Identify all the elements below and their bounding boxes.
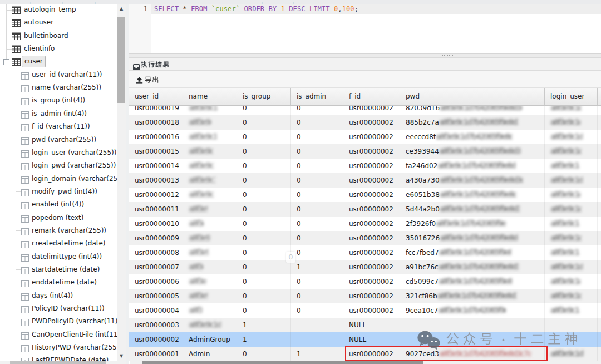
cell-pwd[interactable]: eecccd8fa8f3e9c1d7b42065f9e8d3c7a1b [400, 130, 545, 144]
cell-name[interactable]: a8f3e9 [183, 217, 237, 231]
cell-f_id[interactable]: NULL [343, 332, 400, 347]
tree-item-label[interactable]: days (int(4)) [32, 289, 73, 302]
sidebar-item-field-days[interactable]: days (int(4)) [0, 289, 117, 302]
table-row-usr00000012[interactable]: usr00000012a8f3e9c1d00usr00000002e6051b3… [129, 188, 601, 202]
cell-is_group[interactable]: 1 [237, 318, 291, 332]
cell-name[interactable]: Admin [183, 347, 237, 361]
table-row-usr00000006[interactable]: usr00000006a8f3e9c00usr00000002cd5099c7a… [129, 274, 601, 289]
cell-user_id[interactable]: usr00000016 [129, 130, 183, 144]
column-header-user_id[interactable]: user_id [129, 88, 183, 105]
sidebar-item-field-createdatetime[interactable]: createdatetime (date) [0, 237, 117, 250]
table-row-usr00000007[interactable]: usr00000007a8f3e01usr00000002a91bc76ca8f… [129, 260, 601, 274]
sidebar-item-field-PWDPolicyID[interactable]: PWDPolicyID (varchar(11)) [0, 315, 117, 328]
cell-is_group[interactable]: 0 [237, 347, 291, 361]
sidebar-item-field-login_pwd[interactable]: login_pwd (varchar(255)) [0, 159, 117, 172]
cell-is_group[interactable]: 0 [237, 274, 291, 289]
cell-user_id[interactable]: usr00000013 [129, 173, 183, 188]
cell-user_id[interactable]: usr00000015 [129, 144, 183, 159]
cell-name[interactable]: a8f3e9c1 [183, 115, 237, 130]
cell-extra[interactable] [598, 106, 601, 115]
cell-pwd[interactable]: 885b2c7aa8f3e9c1d7b42065f9e8d3c7a1b5 [400, 115, 545, 130]
table-row-usr00000009[interactable]: usr00000009a8f3e9c100usr0000000235016726… [129, 231, 601, 245]
cell-login_user[interactable]: a8f3e9c1d7b [545, 106, 598, 115]
cell-is_admin[interactable]: 0 [291, 217, 343, 231]
cell-extra[interactable] [598, 245, 601, 260]
cell-is_group[interactable]: 0 [237, 245, 291, 260]
table-row-usr00000005[interactable]: usr00000005a8f3e9c00usr00000002321cf86ba… [129, 289, 601, 303]
table-row-usr00000013[interactable]: usr00000013a8f3e9c1d700usr00000002a430a7… [129, 173, 601, 188]
cell-pwd[interactable]: 9027ced3a8f3e9c1d7b42065f9e8d3c7a1b5049e [400, 347, 545, 361]
cell-f_id[interactable]: usr00000002 [343, 130, 400, 144]
tree-item-label[interactable]: remark (varchar(255)) [32, 224, 106, 237]
cell-user_id[interactable]: usr00000007 [129, 260, 183, 274]
cell-is_admin[interactable] [291, 332, 343, 347]
cell-is_admin[interactable]: 0 [291, 144, 343, 159]
cell-is_admin[interactable]: 0 [291, 188, 343, 202]
sidebar-item-field-pwd[interactable]: pwd (varchar(255)) [0, 134, 117, 146]
column-header-is_admin[interactable]: is_admin [291, 88, 343, 105]
cell-is_group[interactable]: 0 [237, 289, 291, 303]
cell-extra[interactable] [598, 260, 601, 274]
cell-is_admin[interactable]: 0 [291, 173, 343, 188]
sidebar-item-table-autouser[interactable]: autouser [0, 16, 117, 29]
sidebar-item-field-LastREPWDDate[interactable]: LastREPWDDate (date) [0, 354, 117, 361]
cell-pwd[interactable]: fcc7fbed7a8f3e9c1d7b42065f9e8d3c7a [400, 245, 545, 260]
sidebar-item-field-f_id[interactable]: f_id (varchar(11)) [0, 120, 117, 133]
cell-pwd[interactable]: 321cf86ba8f3e9c1d7b42065f9e8d3c7a1b5 [400, 289, 545, 303]
cell-is_group[interactable]: 1 [237, 332, 291, 347]
sidebar-item-field-enddatetime[interactable]: enddatetime (date) [0, 276, 117, 289]
cell-extra[interactable] [598, 130, 601, 144]
tree-item-label[interactable]: autologin_temp [24, 4, 76, 16]
cell-is_group[interactable]: 0 [237, 159, 291, 173]
table-row-usr00000015[interactable]: usr00000015a8f3e9c1d00usr00000002ce39394… [129, 144, 601, 159]
sidebar-item-table-bulletinboard[interactable]: bulletinboard [0, 29, 117, 42]
cell-is_group[interactable]: 0 [237, 106, 291, 115]
sidebar-item-field-popedom[interactable]: popedom (text) [0, 211, 117, 224]
sidebar-vertical-scrollbar[interactable]: ▲ ▼ [117, 4, 126, 361]
sidebar-item-field-datelimittype[interactable]: datelimittype (int(4)) [0, 250, 117, 263]
cell-name[interactable]: a8f3e9c [183, 245, 237, 260]
sidebar-item-field-is_group[interactable]: is_group (int(4)) [0, 94, 117, 107]
cell-user_id[interactable]: usr00000014 [129, 159, 183, 173]
tree-item-label[interactable]: bulletinboard [24, 29, 68, 42]
tree-item-label[interactable]: cuser [22, 56, 46, 67]
sidebar-item-field-HistoryPWD[interactable]: HistoryPWD (varchar(255)) [0, 341, 117, 354]
tree-item-label[interactable]: is_group (int(4)) [32, 94, 85, 107]
table-row-usr00000014[interactable]: usr00000014a8f3e9c1d00usr00000002fa246d0… [129, 159, 601, 173]
cell-extra[interactable] [598, 159, 601, 173]
cell-name[interactable]: a8f3e9c [183, 289, 237, 303]
cell-login_user[interactable]: a8f3e9c1d7b [545, 274, 598, 289]
cell-is_admin[interactable]: 0 [291, 130, 343, 144]
scrollbar-thumb[interactable] [10, 361, 106, 364]
cell-pwd[interactable]: fa246d02a8f3e9c1d7b42065f9e8d3c7a1b [400, 159, 545, 173]
cell-pwd[interactable]: e6051b38a8f3e9c1d7b42065f9e8d3c7a1b [400, 188, 545, 202]
cell-name[interactable]: a8f3e9c1d [183, 188, 237, 202]
sidebar-item-field-login_user[interactable]: login_user (varchar(255)) [0, 146, 117, 159]
cell-login_user[interactable]: a8f3e9c1d7b [545, 231, 598, 245]
cell-is_group[interactable]: 0 [237, 217, 291, 231]
table-row-usr00000018[interactable]: usr00000018a8f3e9c100usr00000002885b2c7a… [129, 115, 601, 130]
cell-name[interactable]: a8f3e9c1d7 [183, 173, 237, 188]
cell-login_user[interactable]: a8f3e9c1d7b4 [545, 347, 598, 361]
cell-name[interactable]: a8f3e9c1d7 [183, 106, 237, 115]
cell-login_user[interactable]: a8f3e9c1d7b4 [545, 130, 598, 144]
tree-item-label[interactable]: enabled (int(4)) [32, 198, 84, 211]
cell-name[interactable]: a8f3e9c1 [183, 231, 237, 245]
tree-item-label[interactable]: PolicyID (varchar(11)) [32, 302, 105, 315]
table-row-usr00000004[interactable]: usr00000004a8f3e00usr000000029cea10c7a8f… [129, 303, 601, 318]
cell-f_id[interactable]: usr00000002 [343, 347, 400, 361]
cell-f_id[interactable]: usr00000002 [343, 274, 400, 289]
cell-login_user[interactable]: a8f3e9c1d7b [545, 289, 598, 303]
cell-user_id[interactable]: usr00000005 [129, 289, 183, 303]
cell-f_id[interactable]: usr00000002 [343, 289, 400, 303]
cell-user_id[interactable]: usr00000018 [129, 115, 183, 130]
sidebar-item-field-login_domain[interactable]: login_domain (varchar(255)) [0, 173, 117, 185]
sidebar-item-table-cuser[interactable]: cuser [0, 55, 117, 68]
sidebar-item-field-modify_pwd[interactable]: modify_pwd (int(4)) [0, 185, 117, 198]
sidebar-horizontal-scrollbar[interactable] [0, 361, 126, 364]
cell-pwd[interactable]: 9cea10c7a8f3e9c1d7b42065f9e8d3c7 [400, 303, 545, 318]
cell-pwd[interactable]: 5d44a2b0a8f3e9c1d7b42065f9e8d3c7a1b5 [400, 202, 545, 217]
tree-item-label[interactable]: name (varchar(255)) [32, 81, 101, 94]
column-header-extra[interactable] [598, 88, 601, 105]
tree-item-label[interactable]: popedom (text) [32, 211, 83, 224]
